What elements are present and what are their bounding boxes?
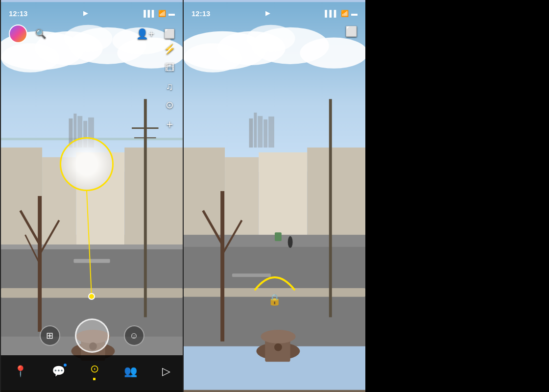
chat-badge xyxy=(64,364,67,367)
battery-icon-1: ▬ xyxy=(168,10,175,17)
add-friend-icon-1[interactable]: 👤+ xyxy=(136,29,154,39)
zoom-inner xyxy=(61,139,112,190)
svg-rect-47 xyxy=(263,120,267,147)
capture-area-1: ⊞ ☺ xyxy=(1,318,183,353)
background-scene-2 xyxy=(184,0,365,392)
stories-icon: ▷ xyxy=(162,365,170,377)
svg-rect-22 xyxy=(124,147,183,245)
top-right-icons-1: 👤+ ⬜ xyxy=(136,29,175,39)
gallery-btn[interactable]: ⊞ xyxy=(40,325,60,346)
gallery-icon: ⊞ xyxy=(46,330,53,341)
zoom-highlight xyxy=(60,137,114,191)
camera-nav[interactable]: ⊙ xyxy=(90,363,99,380)
location-icon-2: ▶ xyxy=(265,10,270,17)
svg-rect-51 xyxy=(259,152,307,245)
location-icon-1: ▶ xyxy=(83,10,88,17)
svg-rect-64 xyxy=(329,99,332,317)
svg-point-59 xyxy=(261,330,295,343)
filter-icon[interactable]: 🎞 xyxy=(165,63,175,73)
search-icon-1[interactable]: 🔍 xyxy=(35,29,46,38)
signal-bars-1: ▌▌▌ xyxy=(143,10,156,17)
chat-icon: 💬 xyxy=(52,365,65,377)
flip-btn[interactable]: ☺ xyxy=(124,325,144,346)
svg-rect-48 xyxy=(268,117,274,147)
avatar-1[interactable] xyxy=(9,24,27,43)
battery-icon-2: ▬ xyxy=(351,10,358,17)
camera-indicator xyxy=(93,378,95,380)
flip-icon: ☺ xyxy=(129,331,138,341)
svg-rect-45 xyxy=(254,113,257,147)
music-icon[interactable]: ♫ xyxy=(166,81,173,91)
right-icons-1: ⚡ 🎞 ♫ ⊙ + xyxy=(164,44,176,130)
svg-point-65 xyxy=(288,236,293,248)
svg-rect-19 xyxy=(1,147,42,245)
map-icon: 📍 xyxy=(14,365,27,377)
wifi-icon-2: 📶 xyxy=(341,10,349,17)
screen-icon-1[interactable]: ⬜ xyxy=(164,29,175,38)
svg-rect-50 xyxy=(225,157,259,245)
signal-bars-2: ▌▌▌ xyxy=(325,10,338,17)
svg-rect-32 xyxy=(144,99,147,317)
svg-rect-54 xyxy=(184,235,365,247)
zoom-dot xyxy=(88,293,95,300)
flash-control[interactable]: ⚡ xyxy=(164,44,176,54)
recording-arc xyxy=(250,265,299,296)
status-icons-1: ▌▌▌ 📶 ▬ xyxy=(143,10,175,17)
svg-rect-46 xyxy=(258,116,263,147)
svg-rect-49 xyxy=(184,147,225,245)
wifi-icon-1: 📶 xyxy=(158,10,166,17)
panel-1: 12:13 ▶ ▌▌▌ 📶 ▬ 🔍 👤+ ⬜ ⚡ 🎞 ♫ ⊙ + xyxy=(0,0,184,392)
screen-icon-2[interactable]: ⬜ xyxy=(345,26,358,36)
svg-rect-52 xyxy=(307,147,365,245)
svg-rect-44 xyxy=(249,119,253,147)
status-bar-2: 12:13 ▶ ▌▌▌ 📶 ▬ xyxy=(184,0,365,22)
arc-svg xyxy=(250,265,299,294)
top-icons-2: ⬜ xyxy=(184,22,365,41)
svg-rect-66 xyxy=(275,232,282,241)
time-2: 12:13 xyxy=(191,9,210,18)
map-nav[interactable]: 📍 xyxy=(14,365,27,378)
status-bar-1: 12:13 ▶ ▌▌▌ 📶 ▬ xyxy=(1,0,183,22)
friends-icon: 👥 xyxy=(124,365,137,377)
panel-2: 12:13 ▶ ▌▌▌ 📶 ▬ ⬜ 🔒 xyxy=(184,0,365,392)
top-bar-1: 🔍 👤+ ⬜ xyxy=(1,22,183,46)
stories-nav[interactable]: ▷ xyxy=(162,365,170,378)
shutter-btn[interactable] xyxy=(75,318,109,353)
svg-point-60 xyxy=(274,343,282,351)
time-1: 12:13 xyxy=(9,9,27,18)
camera-icon: ⊙ xyxy=(90,363,99,375)
svg-point-42 xyxy=(300,37,365,68)
lens-icon[interactable]: ⊙ xyxy=(166,100,174,110)
bottom-nav-1: 📍 💬 ⊙ 👥 ▷ xyxy=(1,355,183,392)
status-icons-2: ▌▌▌ 📶 ▬ xyxy=(325,10,358,17)
plus-icon-right[interactable]: + xyxy=(166,119,173,130)
svg-rect-18 xyxy=(73,259,110,263)
chat-nav[interactable]: 💬 xyxy=(52,365,65,378)
friends-nav[interactable]: 👥 xyxy=(124,365,137,378)
